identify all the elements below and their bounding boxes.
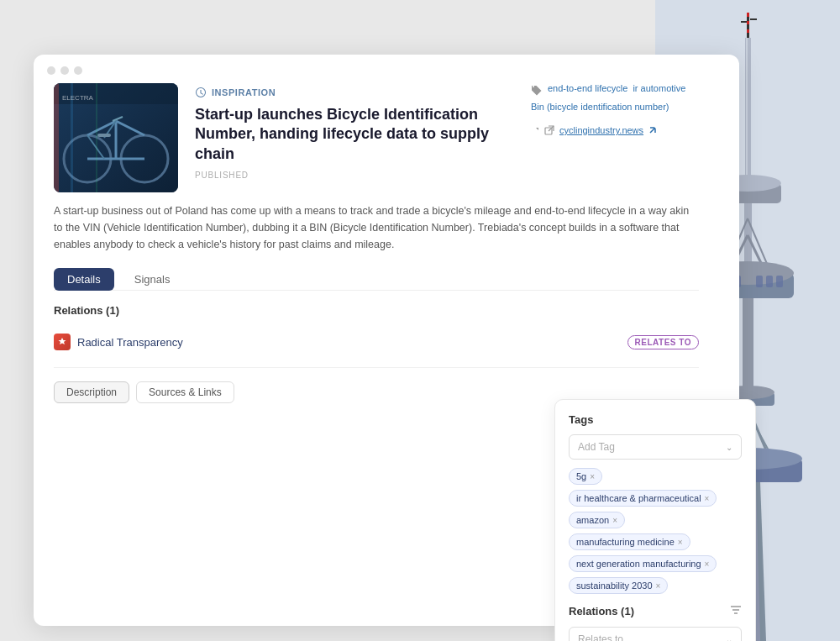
- tag-chip-label: ir healthcare & pharmaceutical: [576, 493, 701, 503]
- article-image: ELECTRA: [54, 83, 178, 192]
- tag-chip-label: manufacturing medicine: [576, 537, 675, 547]
- svg-rect-25: [776, 276, 783, 287]
- tag-remove-icon[interactable]: ×: [590, 472, 595, 481]
- tag-bin[interactable]: Bin (bicycle identification number): [531, 102, 669, 112]
- category-label: INSPIRATION: [195, 87, 514, 98]
- window-dot-3: [74, 66, 82, 75]
- external-link[interactable]: cyclingindustry.news: [559, 125, 643, 135]
- filter-icon[interactable]: [730, 604, 742, 618]
- tag-remove-icon[interactable]: ×: [612, 516, 617, 525]
- add-tag-placeholder: Add Tag: [578, 441, 615, 453]
- article-title: Start-up launches Bicycle Identification…: [195, 105, 514, 164]
- relations-title: Relations (1): [54, 304, 699, 317]
- svg-rect-6: [747, 29, 749, 33]
- svg-rect-4: [747, 13, 749, 17]
- svg-rect-8: [746, 38, 748, 189]
- svg-rect-24: [766, 276, 773, 287]
- tag-chip-label: amazon: [576, 515, 609, 525]
- main-card: ELECTRA INSPIRATION Start-up launches Bi…: [34, 55, 739, 626]
- tag-remove-icon[interactable]: ×: [678, 538, 683, 547]
- main-tabs: Details Signals: [54, 268, 699, 291]
- svg-rect-5: [747, 21, 749, 24]
- chevron-down-icon-2: ⌄: [726, 635, 732, 642]
- svg-rect-54: [96, 83, 97, 192]
- divider: [54, 367, 699, 368]
- relation-name[interactable]: Radical Transparency: [77, 336, 183, 349]
- relations-section: Relations (1) Radical Transparency RELAT…: [54, 304, 699, 357]
- tag-remove-icon[interactable]: ×: [705, 560, 710, 569]
- svg-rect-50: [97, 134, 111, 137]
- relates-placeholder: Relates to: [578, 633, 623, 641]
- tag-chip-5g: 5g ×: [569, 468, 602, 485]
- svg-rect-52: [54, 83, 59, 192]
- link-icon: [531, 125, 541, 135]
- top-tags: end-to-end lifecycle ir automotive Bin (…: [531, 83, 699, 112]
- tab-signals[interactable]: Signals: [121, 268, 184, 291]
- tag-chip-label: 5g: [576, 471, 586, 481]
- tab-description[interactable]: Description: [54, 381, 129, 403]
- window-controls: [34, 55, 739, 83]
- arrow-icon: [648, 126, 657, 134]
- svg-rect-3: [741, 21, 748, 23]
- window-dot-1: [47, 66, 55, 75]
- tag-remove-icon[interactable]: ×: [705, 494, 710, 503]
- svg-rect-23: [756, 276, 763, 287]
- tag-chip-manufacturing: manufacturing medicine ×: [569, 533, 690, 550]
- tag-chip-label: sustainability 2030: [576, 581, 653, 591]
- article-meta: INSPIRATION Start-up launches Bicycle Id…: [195, 83, 514, 192]
- tab-details[interactable]: Details: [54, 268, 114, 291]
- add-tag-dropdown[interactable]: Add Tag ⌄: [569, 434, 742, 460]
- tag-icon: [531, 85, 543, 97]
- external-icon: [544, 125, 554, 135]
- relation-icon: [54, 334, 71, 350]
- published-label: PUBLISHED: [195, 171, 514, 180]
- relates-to-badge: RELATES TO: [627, 335, 699, 349]
- window-dot-2: [60, 66, 69, 75]
- inspiration-icon: [195, 87, 207, 98]
- article-body: A start-up business out of Poland has co…: [54, 202, 699, 253]
- tag-remove-icon[interactable]: ×: [656, 581, 661, 591]
- relation-item: Radical Transparency RELATES TO: [54, 327, 699, 357]
- svg-rect-2: [750, 18, 757, 20]
- tag-chip-ir-healthcare: ir healthcare & pharmaceutical ×: [569, 490, 717, 507]
- tag-chip-label: next generation manufacturing: [576, 559, 701, 569]
- chevron-down-icon: ⌄: [726, 443, 732, 452]
- left-panel: ELECTRA INSPIRATION Start-up launches Bi…: [54, 83, 719, 403]
- right-meta: end-to-end lifecycle ir automotive Bin (…: [531, 83, 699, 192]
- svg-rect-26: [743, 298, 753, 399]
- tag-chip-amazon: amazon ×: [569, 512, 625, 528]
- tag-chips: 5g × ir healthcare & pharmaceutical × am…: [569, 468, 742, 594]
- tab-sources[interactable]: Sources & Links: [136, 381, 234, 403]
- tag-ir-automotive[interactable]: ir automotive: [633, 83, 685, 97]
- relates-to-dropdown[interactable]: Relates to ⌄: [569, 627, 742, 641]
- external-link-row: cyclingindustry.news: [531, 125, 699, 135]
- tag-chip-next-gen: next generation manufacturing ×: [569, 555, 717, 572]
- svg-text:ELECTRA: ELECTRA: [62, 94, 94, 102]
- tag-chip-sustainability: sustainability 2030 ×: [569, 577, 668, 594]
- tag-end-to-end[interactable]: end-to-end lifecycle: [548, 83, 627, 97]
- relations-label-right: Relations (1): [569, 604, 742, 618]
- tags-label: Tags: [569, 413, 742, 426]
- right-panel-card: Tags Add Tag ⌄ 5g × ir healthcare & phar…: [554, 399, 756, 641]
